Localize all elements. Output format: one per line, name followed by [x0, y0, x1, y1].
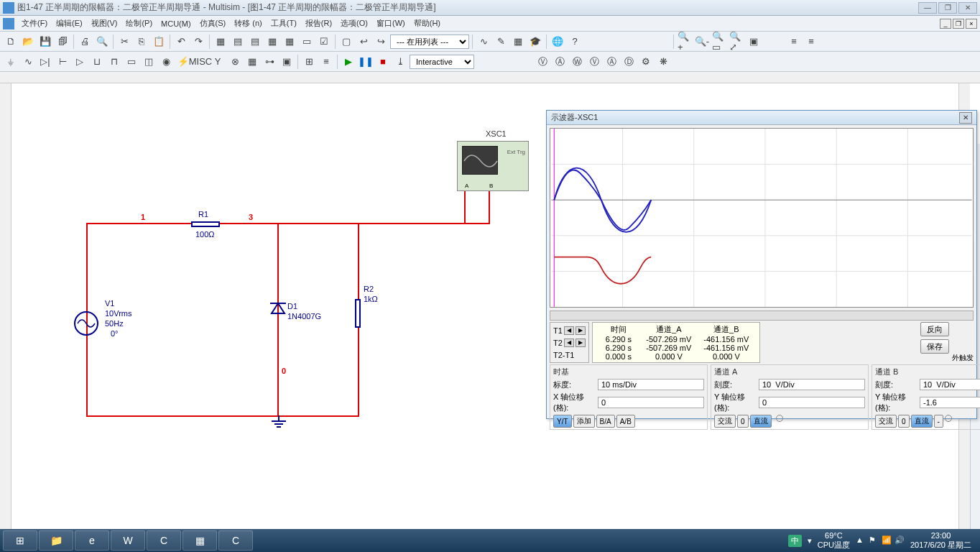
menu-options[interactable]: 选项(O): [336, 17, 372, 30]
help-button[interactable]: ?: [567, 34, 583, 50]
timebase-scale-input[interactable]: [598, 379, 704, 390]
r1-body[interactable]: [191, 221, 220, 227]
ruler-button[interactable]: ▤: [230, 34, 246, 50]
scope-component[interactable]: Ext Trg A B: [457, 141, 529, 191]
fullscreen-button[interactable]: ▣: [746, 34, 762, 50]
zoomfit-button[interactable]: 🔍⤢: [729, 34, 744, 50]
probe-a2-icon[interactable]: Ⓐ: [604, 54, 619, 70]
chb-pos-input[interactable]: [920, 397, 980, 408]
tray-up-icon[interactable]: ▲: [856, 535, 866, 546]
t1-left[interactable]: ◀: [564, 326, 574, 335]
bus-icon[interactable]: ≡: [318, 54, 334, 70]
misc-digital-icon[interactable]: ▭: [124, 54, 139, 70]
reverse-button[interactable]: 反向: [920, 322, 949, 336]
menu-file[interactable]: 文件(F): [17, 17, 52, 30]
probe-button[interactable]: ✎: [493, 34, 509, 50]
layers-button[interactable]: ▦: [282, 34, 297, 50]
mdi-restore[interactable]: ❐: [953, 19, 964, 29]
network-icon[interactable]: 📶: [882, 535, 892, 546]
print-button[interactable]: 🖨: [77, 34, 93, 50]
layout-button[interactable]: ▢: [338, 34, 354, 50]
minimize-button[interactable]: —: [918, 2, 937, 14]
diode-icon[interactable]: [269, 299, 287, 318]
stop-button[interactable]: ■: [375, 54, 391, 70]
ni-icon[interactable]: ▦: [244, 54, 260, 70]
flag-icon[interactable]: ⚑: [869, 535, 879, 546]
probe-v-icon[interactable]: Ⓥ: [535, 54, 550, 70]
ttl-icon[interactable]: ⊔: [89, 54, 105, 70]
copy-button[interactable]: ⎘: [134, 34, 149, 50]
add-button[interactable]: 添加: [573, 415, 595, 428]
cha-0-button[interactable]: 0: [737, 415, 749, 428]
r2-body[interactable]: [355, 299, 361, 328]
probe-a-icon[interactable]: Ⓐ: [552, 54, 568, 70]
d1-name[interactable]: D1: [287, 302, 297, 310]
multisim-task[interactable]: ▦: [182, 530, 217, 551]
ime-indicator[interactable]: 中: [788, 535, 802, 547]
volume-icon[interactable]: 🔊: [895, 535, 905, 546]
save-trace-button[interactable]: 保存: [920, 339, 949, 354]
chb-ac-button[interactable]: 交流: [875, 415, 897, 428]
zoomarea-button[interactable]: 🔍▭: [711, 34, 727, 50]
edu-button[interactable]: 🎓: [527, 34, 543, 50]
cut-button[interactable]: ✂: [116, 34, 132, 50]
probe-v2-icon[interactable]: Ⓥ: [586, 54, 602, 70]
xsc1-label[interactable]: XSC1: [486, 129, 507, 138]
menu-transfer[interactable]: 转移 (n): [230, 17, 267, 30]
source-icon[interactable]: ⏚: [3, 54, 19, 70]
inuse-combo[interactable]: --- 在用列表 ---: [390, 34, 469, 49]
align-right-button[interactable]: ≡: [803, 34, 819, 50]
chb-dc-button[interactable]: 直流: [911, 415, 933, 428]
menu-draw[interactable]: 绘制(P): [121, 17, 157, 30]
t2-left[interactable]: ◀: [564, 339, 574, 347]
osc-display[interactable]: [550, 128, 974, 308]
indicator-icon[interactable]: ◉: [158, 54, 174, 70]
camtasia-task[interactable]: C: [147, 530, 181, 551]
redo-button[interactable]: ↷: [190, 34, 206, 50]
website-button[interactable]: 🌐: [550, 34, 565, 50]
connector-icon[interactable]: ⊶: [262, 54, 277, 70]
menu-window[interactable]: 窗口(W): [372, 17, 410, 30]
cmos-icon[interactable]: ⊓: [106, 54, 122, 70]
pause-button[interactable]: ❚❚: [358, 54, 374, 70]
analysis-combo[interactable]: Interactive: [410, 55, 474, 69]
menu-help[interactable]: 帮助(H): [410, 17, 445, 30]
r2-name[interactable]: R2: [364, 285, 374, 293]
chb-dash-button[interactable]: -: [934, 415, 943, 428]
preview-button[interactable]: 🔍: [94, 34, 110, 50]
cha-scale-input[interactable]: [759, 379, 865, 390]
t1-right[interactable]: ▶: [575, 326, 586, 335]
yt-button[interactable]: Y/T: [553, 415, 572, 428]
mixed-icon[interactable]: ◫: [141, 54, 157, 70]
zoomin-button[interactable]: 🔍+: [677, 34, 693, 50]
menu-tools[interactable]: 工具(T): [267, 17, 301, 30]
electromech-icon[interactable]: ⊗: [227, 54, 243, 70]
camtasia2-task[interactable]: C: [218, 530, 253, 551]
probe-d-icon[interactable]: Ⓓ: [621, 54, 637, 70]
explorer-task[interactable]: 📁: [39, 530, 73, 551]
zoomout-button[interactable]: 🔍-: [694, 34, 710, 50]
menu-sim[interactable]: 仿真(S): [195, 17, 231, 30]
timebase-xpos-input[interactable]: [598, 397, 704, 408]
chb-scale-input[interactable]: [920, 379, 980, 390]
close-button[interactable]: ✕: [958, 2, 977, 14]
analysis-button[interactable]: ∿: [476, 34, 491, 50]
menu-edit[interactable]: 编辑(E): [52, 17, 87, 30]
osc-close-button[interactable]: ✕: [959, 112, 972, 124]
probe-w-icon[interactable]: Ⓦ: [569, 54, 585, 70]
chb-0-button[interactable]: 0: [898, 415, 910, 428]
misc-icon[interactable]: MISC: [193, 54, 208, 70]
start-button[interactable]: ⊞: [3, 530, 37, 551]
menu-mcu[interactable]: MCU(M): [157, 18, 195, 29]
ba-button[interactable]: B/A: [596, 415, 615, 428]
analog-icon[interactable]: ▷: [72, 54, 88, 70]
clock-time[interactable]: 23:00: [910, 531, 971, 540]
forward-annotate-button[interactable]: ↪: [373, 34, 389, 50]
back-annotate-button[interactable]: ↩: [356, 34, 371, 50]
hierarchy-icon[interactable]: ⊞: [301, 54, 317, 70]
transistor-icon[interactable]: ⊢: [55, 54, 70, 70]
mcu-icon[interactable]: ▣: [279, 54, 295, 70]
maximize-button[interactable]: ❐: [938, 2, 957, 14]
mdi-minimize[interactable]: _: [940, 19, 951, 29]
new-button[interactable]: 🗋: [3, 34, 19, 50]
